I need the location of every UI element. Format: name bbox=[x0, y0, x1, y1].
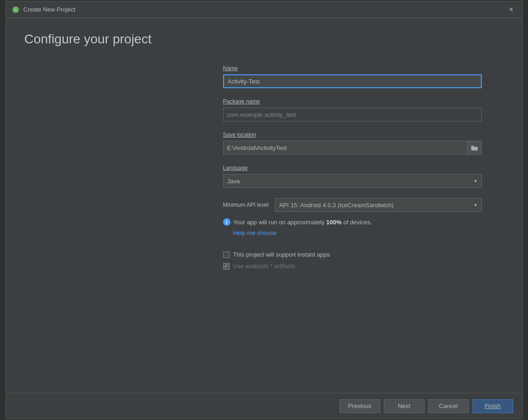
instant-apps-row: This project will support instant apps bbox=[223, 251, 330, 258]
page-title: Configure your project bbox=[24, 32, 504, 47]
api-row: Minimum API level API 15: Android 4.0.3 … bbox=[223, 198, 482, 212]
min-api-select[interactable]: API 15: Android 4.0.3 (IceCreamSandwich)… bbox=[275, 198, 481, 212]
save-location-label: Save location bbox=[223, 132, 482, 138]
titlebar: Create New Project × bbox=[6, 1, 522, 18]
dialog-title: Create New Project bbox=[24, 6, 506, 13]
instant-apps-label: This project will support instant apps bbox=[233, 251, 330, 258]
svg-rect-4 bbox=[471, 147, 478, 150]
package-name-label: Package name bbox=[223, 98, 482, 105]
save-location-input-group bbox=[223, 141, 482, 155]
name-label: Name bbox=[223, 65, 482, 72]
form-area: Name Package name Save location bbox=[24, 65, 504, 384]
save-location-input[interactable] bbox=[223, 141, 467, 155]
help-link[interactable]: Help me choose bbox=[233, 229, 482, 236]
info-icon: i bbox=[223, 218, 231, 226]
min-api-label: Minimum API level bbox=[223, 202, 269, 208]
cancel-button[interactable]: Cancel bbox=[428, 399, 469, 413]
dialog-footer: Previous Next Cancel Finish bbox=[6, 393, 522, 419]
save-location-field-group: Save location bbox=[223, 132, 482, 155]
language-label: Language bbox=[223, 165, 482, 171]
next-button[interactable]: Next bbox=[384, 399, 425, 413]
svg-point-2 bbox=[15, 9, 17, 11]
folder-browse-button[interactable] bbox=[467, 141, 482, 155]
language-select-wrapper: Java Kotlin ▼ bbox=[223, 174, 482, 188]
previous-button[interactable]: Previous bbox=[340, 399, 380, 413]
language-field-group: Language Java Kotlin ▼ bbox=[223, 165, 482, 188]
name-field-group: Name bbox=[223, 65, 482, 88]
info-row: i Your app will run on approximately 100… bbox=[223, 218, 482, 226]
api-section: Minimum API level API 15: Android 4.0.3 … bbox=[223, 198, 482, 244]
finish-button[interactable]: Finish bbox=[473, 399, 513, 413]
language-select[interactable]: Java Kotlin bbox=[223, 174, 482, 188]
instant-apps-checkbox[interactable] bbox=[223, 252, 230, 258]
info-text: Your app will run on approximately 100% … bbox=[233, 219, 372, 226]
dialog-content: Configure your project Name Package name bbox=[6, 18, 522, 393]
close-button[interactable]: × bbox=[506, 4, 517, 15]
androidx-checkbox[interactable] bbox=[223, 263, 230, 270]
create-project-dialog: Create New Project × Configure your proj… bbox=[6, 1, 523, 419]
androidx-row: ✓ Use androidx.* artifacts bbox=[223, 263, 295, 270]
api-select-wrapper: API 15: Android 4.0.3 (IceCreamSandwich)… bbox=[275, 198, 481, 212]
androidx-label: Use androidx.* artifacts bbox=[233, 263, 295, 270]
package-name-field-group: Package name bbox=[223, 98, 482, 121]
package-name-input[interactable] bbox=[223, 108, 482, 121]
app-icon bbox=[12, 6, 20, 14]
name-input[interactable] bbox=[223, 74, 482, 88]
